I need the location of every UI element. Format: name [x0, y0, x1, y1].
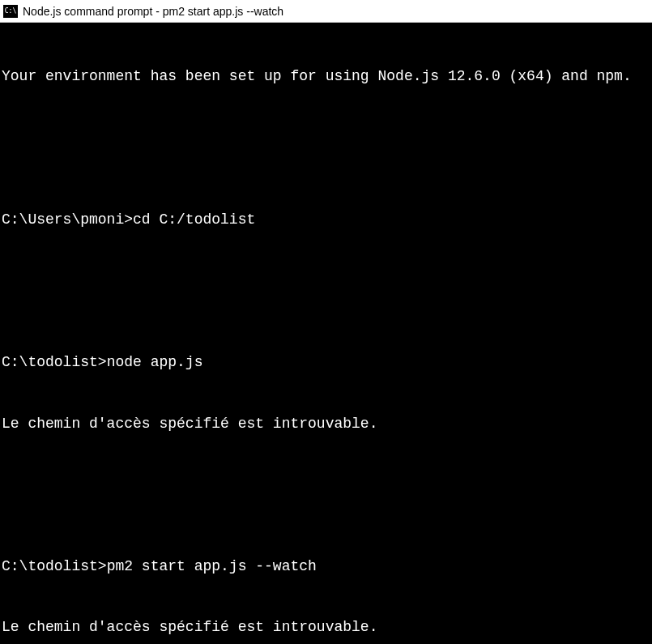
prompt: C:\Users\pmoni>	[2, 211, 133, 228]
window-titlebar[interactable]: C:\ Node.js command prompt - pm2 start a…	[0, 0, 652, 23]
command: pm2 start app.js --watch	[107, 558, 317, 574]
prompt: C:\todolist>	[2, 558, 107, 574]
blank-line	[2, 128, 650, 148]
error-message: Le chemin d'accès spécifié est introuvab…	[2, 617, 650, 638]
prompt-line: C:\todolist>node app.js	[2, 352, 650, 373]
prompt: C:\todolist>	[2, 354, 107, 370]
blank-line	[2, 271, 650, 291]
blank-line	[2, 475, 650, 495]
window-title: Node.js command prompt - pm2 start app.j…	[23, 5, 283, 18]
prompt-line: C:\Users\pmoni>cd C:/todolist	[2, 210, 650, 230]
command: node app.js	[107, 354, 203, 370]
setup-message: Your environment has been set up for usi…	[2, 66, 650, 87]
error-message: Le chemin d'accès spécifié est introuvab…	[2, 414, 650, 434]
terminal-output[interactable]: Your environment has been set up for usi…	[0, 23, 652, 644]
command: cd C:/todolist	[133, 211, 255, 228]
prompt-line: C:\todolist>pm2 start app.js --watch	[2, 557, 650, 577]
cmd-icon: C:\	[3, 5, 18, 18]
